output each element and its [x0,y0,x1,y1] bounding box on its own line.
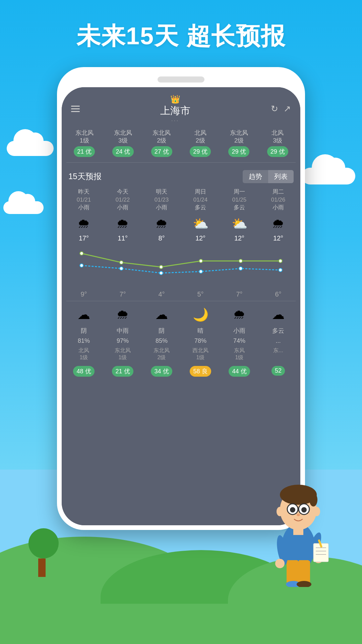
day-label-0: 昨天01/21小雨 [65,188,103,212]
night-icon-4: 🌧 [221,307,258,322]
svg-rect-12 [293,527,303,535]
temp-low-col-3: 5° [181,290,220,298]
day-label-3: 周日01/24多云 [182,188,219,212]
bottom-wind-col-4: 东风1级 [220,346,259,363]
low-point-3 [199,270,202,273]
bottom-cond-col-3: 晴 [181,325,220,336]
hourly-wind-2: 东北风2级 [144,129,180,145]
night-condition-2: 阴 [159,327,165,334]
hourly-aqi-1: 24 优 [112,146,133,157]
aqi-badge-3: 58 良 [190,366,211,377]
phone-notch [158,76,204,83]
hourly-aqi-5: 29 优 [267,146,288,157]
bottom-icon-col-1: 🌧 [103,304,142,325]
hourly-aqi-4: 29 优 [228,146,249,157]
bottom-percent-col-1: 97% [103,336,142,346]
svg-rect-14 [298,560,310,584]
main-title: 未来15天 超长预报 [0,20,362,52]
hourly-item-1: 东北风3级 24 优 [104,126,142,160]
wind-5: 东... [273,347,283,353]
menu-button[interactable] [71,106,80,112]
bottom-percent-col-4: 74% [220,336,259,346]
bottom-aqi-col-2: 34 优 [142,363,181,378]
temp-high-0: 17° [79,234,89,242]
bottom-percent-col-2: 85% [142,336,181,346]
temp-high-3: 12° [195,234,205,242]
svg-point-19 [275,559,285,568]
tree-trunk [38,558,46,577]
wind-1: 东北风1级 [115,347,131,360]
hourly-wind-1: 东北风3级 [105,129,141,145]
bottom-icons-row: ☁🌧☁🌙🌧☁ [62,304,300,325]
aqi-badge-4: 44 优 [229,366,250,377]
bottom-cond-col-4: 小雨 [220,325,259,336]
day-label-2: 明天01/23小雨 [143,188,180,212]
bottom-icon-col-2: ☁ [142,304,181,325]
humidity-2: 85% [156,337,168,344]
day-label-col-2: 明天01/23小雨 [142,186,181,213]
svg-rect-13 [287,560,298,584]
days-labels-row: 昨天01/21小雨 今天01/22小雨 明天01/23小雨 周日01/24多云 … [62,186,300,213]
cloud-1 [7,141,54,156]
forecast-title: 15天预报 [68,171,102,182]
temp-high-4: 12° [234,234,244,242]
temp-high-col-2: 8° [142,234,181,242]
temp-high-1: 11° [118,234,128,242]
bottom-percent-row: 81%97%85%78%74%... [62,336,300,346]
tree [27,528,57,577]
bottom-cond-col-1: 中雨 [103,325,142,336]
humidity-4: 74% [233,337,245,344]
temp-high-col-4: 12° [220,234,259,242]
night-condition-1: 中雨 [117,327,129,334]
temp-low-col-1: 7° [103,290,142,298]
high-point-5 [279,259,282,263]
tab-list[interactable]: 列表 [268,170,294,183]
bottom-wind-col-2: 东北风2级 [142,346,181,363]
day-icon-col-2: 🌧 [142,213,181,234]
night-condition-5: 多云 [272,327,284,334]
aqi-badge-2: 34 优 [151,366,172,377]
day-icon-col-1: 🌧 [103,213,142,234]
night-icon-0: ☁ [65,307,103,322]
bottom-wind-col-5: 东... [259,346,298,363]
day-weather-icon-4: ⛅ [221,216,258,231]
temp-low-4: 7° [236,290,242,298]
day-weather-icon-2: 🌧 [143,216,180,231]
humidity-0: 81% [78,337,90,344]
temp-low-col-5: 6° [259,290,298,298]
temp-low-3: 5° [197,290,203,298]
share-icon[interactable]: ↗ [284,104,291,114]
day-label-col-5: 周二01/26小雨 [259,186,298,213]
wind-3: 西北风1级 [192,347,208,360]
day-weather-icon-0: 🌧 [65,216,103,231]
divider-1 [66,162,296,163]
forecast-tabs[interactable]: 趋势 列表 [243,170,294,183]
bottom-icon-col-3: 🌙 [181,304,220,325]
day-weather-icon-1: 🌧 [104,216,141,231]
bottom-aqi-col-1: 21 优 [103,363,142,378]
tab-trend[interactable]: 趋势 [243,170,268,183]
hourly-aqi-0: 21 优 [74,146,95,157]
high-point-4 [239,259,242,263]
night-condition-4: 小雨 [233,327,245,334]
night-icon-3: 🌙 [182,307,219,322]
top-bar: 👑 上海市 ··· ↻ ↗ [62,87,300,126]
hourly-aqi-3: 29 优 [190,146,211,157]
forecast-header: 15天预报 趋势 列表 [62,165,300,186]
refresh-icon[interactable]: ↻ [271,104,278,114]
night-condition-0: 阴 [81,327,87,334]
bottom-cond-col-2: 阴 [142,325,181,336]
svg-point-9 [297,514,300,516]
svg-point-11 [313,507,320,516]
day-weather-icon-3: ⛅ [182,216,219,231]
hourly-aqi-2: 27 优 [151,146,172,157]
divider-2 [66,301,296,301]
hourly-wind-0: 东北风1级 [66,129,102,145]
svg-point-3 [309,493,317,506]
temperature-chart [62,242,300,289]
ground [0,604,362,644]
bottom-aqi-row: 48 优21 优34 优58 良44 优52 [62,363,300,378]
bottom-wind-col-0: 北风1级 [64,346,103,363]
day-label-col-4: 周一01/25多云 [220,186,259,213]
humidity-1: 97% [117,337,129,344]
